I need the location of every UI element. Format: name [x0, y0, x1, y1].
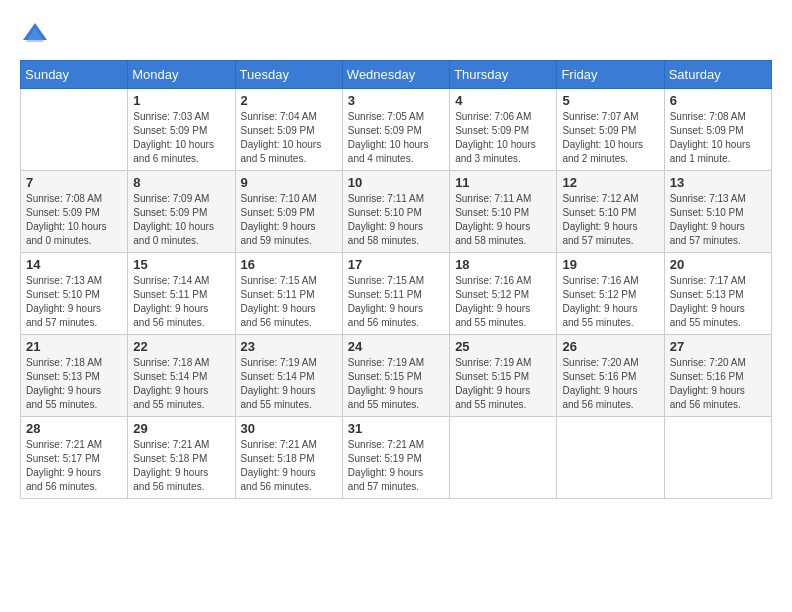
calendar-cell: 16Sunrise: 7:15 AMSunset: 5:11 PMDayligh… — [235, 253, 342, 335]
day-number: 16 — [241, 257, 337, 272]
day-number: 5 — [562, 93, 658, 108]
calendar-cell: 29Sunrise: 7:21 AMSunset: 5:18 PMDayligh… — [128, 417, 235, 499]
calendar-cell: 25Sunrise: 7:19 AMSunset: 5:15 PMDayligh… — [450, 335, 557, 417]
calendar-cell: 15Sunrise: 7:14 AMSunset: 5:11 PMDayligh… — [128, 253, 235, 335]
day-info: Sunrise: 7:07 AMSunset: 5:09 PMDaylight:… — [562, 110, 658, 166]
calendar-cell: 27Sunrise: 7:20 AMSunset: 5:16 PMDayligh… — [664, 335, 771, 417]
calendar-cell: 11Sunrise: 7:11 AMSunset: 5:10 PMDayligh… — [450, 171, 557, 253]
calendar-header-monday: Monday — [128, 61, 235, 89]
calendar-cell: 6Sunrise: 7:08 AMSunset: 5:09 PMDaylight… — [664, 89, 771, 171]
day-info: Sunrise: 7:11 AMSunset: 5:10 PMDaylight:… — [348, 192, 444, 248]
day-info: Sunrise: 7:12 AMSunset: 5:10 PMDaylight:… — [562, 192, 658, 248]
day-info: Sunrise: 7:11 AMSunset: 5:10 PMDaylight:… — [455, 192, 551, 248]
calendar-cell: 20Sunrise: 7:17 AMSunset: 5:13 PMDayligh… — [664, 253, 771, 335]
logo — [20, 20, 54, 50]
day-info: Sunrise: 7:20 AMSunset: 5:16 PMDaylight:… — [562, 356, 658, 412]
calendar-cell: 7Sunrise: 7:08 AMSunset: 5:09 PMDaylight… — [21, 171, 128, 253]
day-number: 22 — [133, 339, 229, 354]
day-number: 1 — [133, 93, 229, 108]
day-info: Sunrise: 7:21 AMSunset: 5:17 PMDaylight:… — [26, 438, 122, 494]
calendar-table: SundayMondayTuesdayWednesdayThursdayFrid… — [20, 60, 772, 499]
day-number: 27 — [670, 339, 766, 354]
day-info: Sunrise: 7:20 AMSunset: 5:16 PMDaylight:… — [670, 356, 766, 412]
calendar-cell — [21, 89, 128, 171]
day-info: Sunrise: 7:05 AMSunset: 5:09 PMDaylight:… — [348, 110, 444, 166]
day-number: 25 — [455, 339, 551, 354]
day-number: 24 — [348, 339, 444, 354]
calendar-week-2: 7Sunrise: 7:08 AMSunset: 5:09 PMDaylight… — [21, 171, 772, 253]
day-number: 14 — [26, 257, 122, 272]
calendar-cell: 31Sunrise: 7:21 AMSunset: 5:19 PMDayligh… — [342, 417, 449, 499]
day-info: Sunrise: 7:08 AMSunset: 5:09 PMDaylight:… — [670, 110, 766, 166]
day-info: Sunrise: 7:09 AMSunset: 5:09 PMDaylight:… — [133, 192, 229, 248]
day-info: Sunrise: 7:08 AMSunset: 5:09 PMDaylight:… — [26, 192, 122, 248]
day-info: Sunrise: 7:21 AMSunset: 5:19 PMDaylight:… — [348, 438, 444, 494]
day-number: 13 — [670, 175, 766, 190]
day-number: 6 — [670, 93, 766, 108]
calendar-header-saturday: Saturday — [664, 61, 771, 89]
calendar-cell: 26Sunrise: 7:20 AMSunset: 5:16 PMDayligh… — [557, 335, 664, 417]
calendar-cell: 10Sunrise: 7:11 AMSunset: 5:10 PMDayligh… — [342, 171, 449, 253]
calendar-cell: 9Sunrise: 7:10 AMSunset: 5:09 PMDaylight… — [235, 171, 342, 253]
calendar-cell: 5Sunrise: 7:07 AMSunset: 5:09 PMDaylight… — [557, 89, 664, 171]
day-number: 9 — [241, 175, 337, 190]
calendar-cell — [664, 417, 771, 499]
day-number: 11 — [455, 175, 551, 190]
day-info: Sunrise: 7:03 AMSunset: 5:09 PMDaylight:… — [133, 110, 229, 166]
calendar-header-sunday: Sunday — [21, 61, 128, 89]
calendar-header-thursday: Thursday — [450, 61, 557, 89]
day-number: 26 — [562, 339, 658, 354]
calendar-cell: 23Sunrise: 7:19 AMSunset: 5:14 PMDayligh… — [235, 335, 342, 417]
day-number: 15 — [133, 257, 229, 272]
calendar-cell: 28Sunrise: 7:21 AMSunset: 5:17 PMDayligh… — [21, 417, 128, 499]
calendar-cell: 12Sunrise: 7:12 AMSunset: 5:10 PMDayligh… — [557, 171, 664, 253]
day-number: 7 — [26, 175, 122, 190]
calendar-cell: 17Sunrise: 7:15 AMSunset: 5:11 PMDayligh… — [342, 253, 449, 335]
day-number: 23 — [241, 339, 337, 354]
day-info: Sunrise: 7:15 AMSunset: 5:11 PMDaylight:… — [241, 274, 337, 330]
day-number: 10 — [348, 175, 444, 190]
calendar-week-1: 1Sunrise: 7:03 AMSunset: 5:09 PMDaylight… — [21, 89, 772, 171]
day-number: 20 — [670, 257, 766, 272]
calendar-week-3: 14Sunrise: 7:13 AMSunset: 5:10 PMDayligh… — [21, 253, 772, 335]
calendar-cell: 2Sunrise: 7:04 AMSunset: 5:09 PMDaylight… — [235, 89, 342, 171]
calendar-cell: 18Sunrise: 7:16 AMSunset: 5:12 PMDayligh… — [450, 253, 557, 335]
day-info: Sunrise: 7:19 AMSunset: 5:15 PMDaylight:… — [348, 356, 444, 412]
calendar-cell — [557, 417, 664, 499]
calendar-cell — [450, 417, 557, 499]
page-header — [20, 20, 772, 50]
calendar-header-friday: Friday — [557, 61, 664, 89]
day-info: Sunrise: 7:21 AMSunset: 5:18 PMDaylight:… — [133, 438, 229, 494]
day-number: 3 — [348, 93, 444, 108]
day-number: 29 — [133, 421, 229, 436]
day-info: Sunrise: 7:10 AMSunset: 5:09 PMDaylight:… — [241, 192, 337, 248]
day-info: Sunrise: 7:17 AMSunset: 5:13 PMDaylight:… — [670, 274, 766, 330]
day-number: 21 — [26, 339, 122, 354]
calendar-cell: 14Sunrise: 7:13 AMSunset: 5:10 PMDayligh… — [21, 253, 128, 335]
calendar-cell: 13Sunrise: 7:13 AMSunset: 5:10 PMDayligh… — [664, 171, 771, 253]
day-info: Sunrise: 7:04 AMSunset: 5:09 PMDaylight:… — [241, 110, 337, 166]
calendar-header-wednesday: Wednesday — [342, 61, 449, 89]
calendar-cell: 22Sunrise: 7:18 AMSunset: 5:14 PMDayligh… — [128, 335, 235, 417]
calendar-cell: 19Sunrise: 7:16 AMSunset: 5:12 PMDayligh… — [557, 253, 664, 335]
day-info: Sunrise: 7:19 AMSunset: 5:14 PMDaylight:… — [241, 356, 337, 412]
calendar-cell: 4Sunrise: 7:06 AMSunset: 5:09 PMDaylight… — [450, 89, 557, 171]
day-info: Sunrise: 7:21 AMSunset: 5:18 PMDaylight:… — [241, 438, 337, 494]
calendar-cell: 8Sunrise: 7:09 AMSunset: 5:09 PMDaylight… — [128, 171, 235, 253]
logo-icon — [20, 20, 50, 50]
day-info: Sunrise: 7:18 AMSunset: 5:14 PMDaylight:… — [133, 356, 229, 412]
day-info: Sunrise: 7:16 AMSunset: 5:12 PMDaylight:… — [562, 274, 658, 330]
day-info: Sunrise: 7:06 AMSunset: 5:09 PMDaylight:… — [455, 110, 551, 166]
calendar-header-row: SundayMondayTuesdayWednesdayThursdayFrid… — [21, 61, 772, 89]
day-number: 19 — [562, 257, 658, 272]
calendar-week-4: 21Sunrise: 7:18 AMSunset: 5:13 PMDayligh… — [21, 335, 772, 417]
day-number: 28 — [26, 421, 122, 436]
day-number: 2 — [241, 93, 337, 108]
calendar-cell: 3Sunrise: 7:05 AMSunset: 5:09 PMDaylight… — [342, 89, 449, 171]
calendar-cell: 24Sunrise: 7:19 AMSunset: 5:15 PMDayligh… — [342, 335, 449, 417]
day-info: Sunrise: 7:13 AMSunset: 5:10 PMDaylight:… — [670, 192, 766, 248]
calendar-cell: 30Sunrise: 7:21 AMSunset: 5:18 PMDayligh… — [235, 417, 342, 499]
day-info: Sunrise: 7:13 AMSunset: 5:10 PMDaylight:… — [26, 274, 122, 330]
calendar-cell: 1Sunrise: 7:03 AMSunset: 5:09 PMDaylight… — [128, 89, 235, 171]
day-info: Sunrise: 7:15 AMSunset: 5:11 PMDaylight:… — [348, 274, 444, 330]
